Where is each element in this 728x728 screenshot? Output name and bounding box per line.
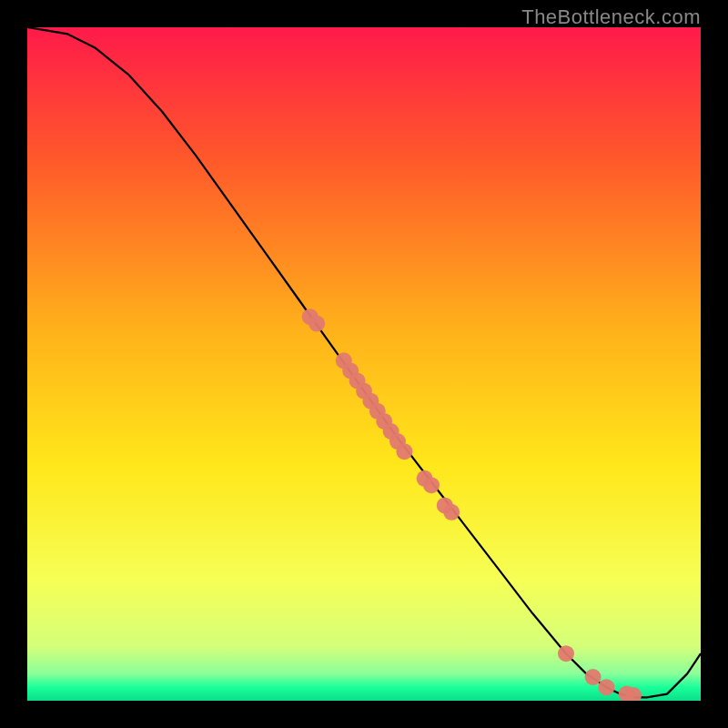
plot-area [27, 27, 701, 701]
svg-point-2 [308, 316, 325, 332]
watermark-text: TheBottleneck.com [521, 5, 701, 29]
svg-point-18 [585, 669, 602, 685]
svg-point-14 [423, 477, 440, 493]
svg-point-19 [598, 679, 614, 695]
scatter-points [302, 308, 642, 701]
svg-point-16 [443, 504, 460, 521]
chart-overlay [27, 27, 701, 701]
curve-line [27, 27, 701, 697]
svg-point-12 [396, 443, 412, 460]
svg-point-17 [558, 645, 574, 662]
chart-container: TheBottleneck.com [0, 0, 728, 728]
